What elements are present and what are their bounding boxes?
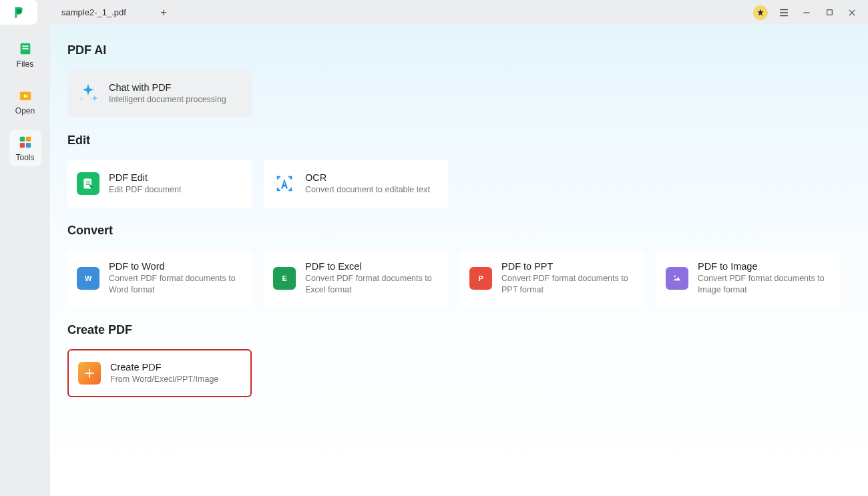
titlebar: sample2-_1_.pdf + (0, 0, 868, 25)
minimize-icon[interactable] (800, 6, 813, 19)
svg-rect-8 (22, 45, 28, 47)
card-desc: Convert PDF format documents to Word for… (109, 273, 242, 296)
svg-rect-12 (25, 137, 30, 142)
card-chat-with-pdf[interactable]: Chat with PDF Intelligent document proce… (67, 69, 252, 117)
section-heading-pdf-ai: PDF AI (67, 43, 851, 57)
new-tab-button[interactable]: + (156, 7, 172, 19)
svg-text:W: W (85, 274, 92, 282)
sidebar-item-tools[interactable]: Tools (9, 130, 41, 166)
document-tab-title: sample2-_1_.pdf (61, 7, 126, 17)
svg-point-23 (674, 275, 676, 277)
ocr-icon (273, 172, 296, 195)
card-pdf-to-ppt[interactable]: P PDF to PPT Convert PDF format document… (460, 250, 644, 307)
card-desc: Convert PDF format documents to Excel fo… (305, 273, 439, 296)
sidebar-item-label: Open (15, 106, 35, 115)
card-pdf-edit[interactable]: PDF Edit Edit PDF document (67, 160, 252, 208)
card-pdf-to-excel[interactable]: E PDF to Excel Convert PDF format docume… (264, 250, 448, 307)
app-logo-icon (0, 0, 37, 25)
sidebar: Files Open Tools (0, 25, 50, 496)
card-desc: Intelligent document processing (109, 94, 226, 105)
card-desc: Edit PDF document (109, 184, 181, 196)
sidebar-item-open[interactable]: Open (9, 83, 41, 119)
svg-rect-25 (85, 373, 93, 374)
document-tab[interactable]: sample2-_1_.pdf (51, 3, 137, 23)
card-ocr[interactable]: OCR Convert document to editable text (264, 160, 448, 208)
tools-icon (17, 134, 33, 150)
card-title: Create PDF (110, 362, 218, 373)
card-title: PDF to PPT (501, 261, 635, 272)
close-icon[interactable] (845, 6, 859, 19)
main-content: PDF AI Chat with PDF Intelligent documen… (50, 25, 868, 496)
card-title: OCR (305, 172, 430, 183)
card-title: PDF to Image (698, 261, 831, 272)
sidebar-item-label: Files (17, 59, 33, 69)
card-title: PDF Edit (109, 172, 181, 183)
svg-rect-14 (25, 143, 30, 148)
sidebar-item-label: Tools (15, 153, 34, 162)
card-pdf-to-image[interactable]: PDF to Image Convert PDF format document… (656, 250, 841, 307)
card-title: PDF to Excel (305, 261, 439, 272)
files-icon (17, 41, 33, 57)
svg-rect-4 (827, 10, 832, 15)
word-icon: W (77, 267, 99, 290)
card-desc: From Word/Execl/PPT/Image (110, 374, 218, 385)
excel-icon: E (273, 267, 296, 290)
svg-rect-9 (22, 48, 28, 49)
svg-rect-11 (19, 137, 24, 142)
card-create-pdf[interactable]: Create PDF From Word/Execl/PPT/Image (67, 349, 252, 397)
card-desc: Convert PDF format documents to Image fo… (698, 273, 831, 296)
section-heading-edit: Edit (67, 134, 851, 148)
svg-rect-22 (672, 274, 682, 284)
card-pdf-to-word[interactable]: W PDF to Word Convert PDF format documen… (67, 250, 252, 307)
svg-rect-13 (19, 143, 24, 148)
card-desc: Convert PDF format documents to PPT form… (501, 273, 635, 296)
maximize-icon[interactable] (823, 6, 836, 19)
svg-text:E: E (282, 274, 286, 282)
create-pdf-icon (78, 362, 101, 385)
hamburger-menu-icon[interactable] (777, 6, 791, 19)
sparkle-icon (77, 82, 99, 105)
card-desc: Convert document to editable text (305, 184, 430, 196)
ppt-icon: P (469, 267, 492, 290)
pdf-edit-icon (77, 172, 99, 195)
section-heading-create: Create PDF (67, 323, 851, 337)
section-heading-convert: Convert (67, 224, 851, 238)
card-title: PDF to Word (109, 261, 242, 272)
open-icon (17, 87, 33, 103)
card-title: Chat with PDF (109, 82, 226, 93)
svg-text:P: P (478, 274, 483, 282)
user-avatar-icon[interactable] (753, 5, 768, 20)
sidebar-item-files[interactable]: Files (9, 37, 41, 73)
image-icon (666, 267, 688, 290)
